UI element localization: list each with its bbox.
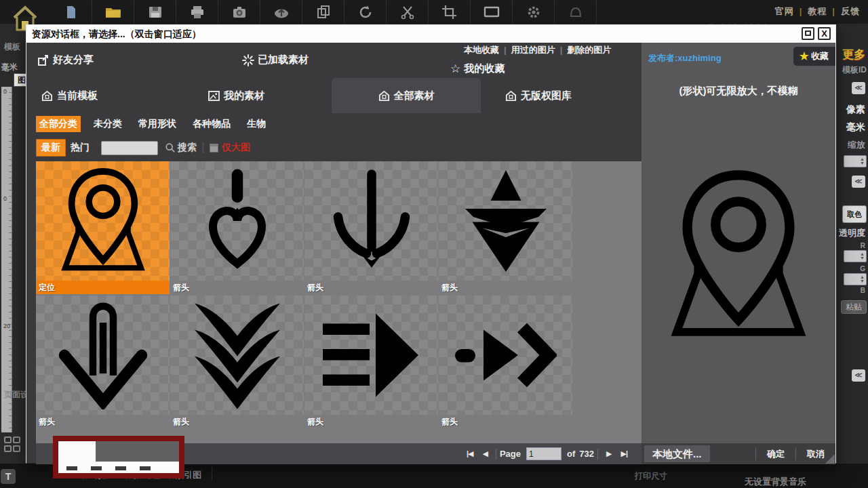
page-settings-label[interactable]: 页面设 bbox=[4, 389, 28, 401]
filter-row: 最新 热门 搜索 仅大图 bbox=[36, 139, 250, 157]
only-large-label[interactable]: 仅大图 bbox=[222, 142, 250, 154]
house-icon bbox=[505, 90, 517, 102]
notification-bell-icon[interactable] bbox=[555, 0, 597, 24]
sort-hot-button[interactable]: 热门 bbox=[66, 140, 94, 156]
stepper-down-icon[interactable]: ▼ bbox=[860, 256, 865, 261]
link-official-site[interactable]: 官网 bbox=[775, 6, 794, 16]
category-row: 全部分类 未分类 常用形状 各种物品 生物 bbox=[36, 116, 269, 132]
category-all[interactable]: 全部分类 bbox=[36, 116, 81, 132]
next-page-button[interactable]: ▶ bbox=[601, 449, 616, 458]
page-number-input[interactable] bbox=[526, 447, 561, 460]
only-large-checkbox[interactable] bbox=[210, 144, 218, 152]
collapse-button[interactable]: ≪ bbox=[852, 82, 865, 94]
color-pick-button[interactable]: 取色 bbox=[842, 205, 867, 223]
tab-friend-share[interactable]: 好友分享 bbox=[37, 54, 94, 66]
tab-my-materials[interactable]: 我的素材 bbox=[196, 79, 277, 112]
top-toolbar: 官网|教程|反馈 bbox=[0, 0, 868, 24]
background-music-label[interactable]: 无设置背景音乐 bbox=[745, 476, 806, 488]
new-document-glyph bbox=[63, 5, 79, 20]
search-input[interactable] bbox=[101, 141, 158, 155]
page-total: 732 bbox=[579, 449, 594, 459]
ok-button[interactable]: 确定 bbox=[756, 448, 795, 460]
grid-square bbox=[13, 436, 20, 443]
scissors-icon[interactable] bbox=[387, 0, 429, 24]
tab-royalty-free-gallery[interactable]: 无版权图库 bbox=[493, 79, 584, 112]
tab-loaded-materials[interactable]: 已加载素材 bbox=[242, 54, 309, 66]
category-common-shapes[interactable]: 常用形状 bbox=[135, 116, 180, 132]
more-button[interactable]: 更多 bbox=[842, 47, 865, 62]
material-cell-location-pin[interactable]: 定位 bbox=[36, 161, 170, 294]
material-cell-arrow[interactable]: 箭头 bbox=[439, 296, 572, 428]
mm-unit-label[interactable]: 毫米 bbox=[846, 121, 865, 134]
category-creatures[interactable]: 生物 bbox=[243, 116, 269, 132]
material-cell-arrow[interactable]: 箭头 bbox=[304, 296, 438, 428]
house-icon bbox=[41, 90, 53, 102]
prev-page-button[interactable]: ◀ bbox=[477, 449, 492, 458]
material-cell-arrow[interactable]: 箭头 bbox=[36, 296, 170, 428]
material-cell-arrow[interactable]: 箭头 bbox=[170, 296, 304, 428]
local-file-button[interactable]: 本地文件... bbox=[644, 445, 710, 462]
material-label: 定位 bbox=[36, 281, 170, 294]
stepper-down-icon[interactable]: ▼ bbox=[860, 279, 865, 284]
tab-label: 好友分享 bbox=[53, 54, 94, 66]
r-channel-stepper[interactable]: ▲▼ bbox=[844, 250, 867, 262]
paste-button[interactable]: 粘贴 bbox=[841, 300, 867, 314]
selected-page-thumbnail[interactable] bbox=[53, 436, 184, 479]
save-icon[interactable] bbox=[134, 0, 176, 24]
category-various-items[interactable]: 各种物品 bbox=[189, 116, 234, 132]
zoom-stepper[interactable]: ▲▼ bbox=[844, 155, 867, 167]
search-button[interactable]: 搜索 bbox=[165, 142, 197, 154]
quick-link-separator: | bbox=[504, 45, 507, 55]
publisher-label: 发布者:xuzhiming bbox=[648, 52, 722, 64]
filter-separator bbox=[203, 142, 203, 153]
zoom-label: 缩放 bbox=[848, 139, 865, 151]
link-tutorial[interactable]: 教程 bbox=[808, 6, 827, 16]
stepper-down-icon[interactable]: ▼ bbox=[860, 161, 865, 166]
close-button[interactable]: X bbox=[818, 27, 831, 40]
pixel-unit-label[interactable]: 像素 bbox=[846, 104, 865, 116]
camera-icon[interactable] bbox=[218, 0, 260, 24]
material-cell-arrow[interactable]: 箭头 bbox=[170, 161, 304, 294]
material-cell-arrow[interactable]: 箭头 bbox=[304, 161, 438, 294]
used-images-link[interactable]: 用过的图片 bbox=[511, 45, 555, 55]
arrow-into-heart-icon bbox=[170, 161, 304, 281]
page-grid-icon[interactable] bbox=[4, 436, 22, 453]
refresh-icon[interactable] bbox=[344, 0, 387, 24]
favorite-button[interactable]: ★ 收藏 bbox=[793, 47, 835, 66]
triple-chevron-down-icon bbox=[170, 296, 304, 415]
maximize-button[interactable] bbox=[802, 27, 814, 40]
pagination-separator bbox=[597, 449, 598, 460]
copy-glyph bbox=[315, 5, 332, 20]
open-folder-icon[interactable] bbox=[92, 0, 134, 24]
tab-my-favorites[interactable]: ☆ 我的收藏 bbox=[450, 62, 505, 76]
arrow-down-triangles-icon bbox=[439, 161, 572, 281]
cloud-upload-icon[interactable] bbox=[260, 0, 302, 24]
fast-forward-icon bbox=[439, 296, 572, 415]
settings-gear-icon[interactable] bbox=[513, 0, 555, 24]
tab-label: 我的收藏 bbox=[464, 62, 505, 75]
resize-grip[interactable] bbox=[825, 454, 835, 464]
copy-icon[interactable] bbox=[302, 0, 344, 24]
collapse-button[interactable]: ≪ bbox=[852, 176, 865, 188]
crop-icon[interactable] bbox=[429, 0, 471, 24]
first-page-button[interactable]: |◀ bbox=[462, 449, 478, 458]
grid-square bbox=[4, 445, 12, 452]
monitor-icon[interactable] bbox=[471, 0, 513, 24]
material-cell-arrow[interactable]: 箭头 bbox=[439, 161, 572, 294]
pagination-separator bbox=[496, 449, 496, 460]
tab-all-materials[interactable]: 全部素材 bbox=[332, 78, 481, 113]
last-page-button[interactable]: ▶| bbox=[616, 449, 632, 458]
print-icon[interactable] bbox=[176, 0, 218, 24]
g-channel-stepper[interactable]: ▲▼ bbox=[844, 273, 867, 285]
collapse-button[interactable]: ≪ bbox=[852, 369, 865, 382]
local-favorites-link[interactable]: 本地收藏 bbox=[464, 45, 499, 55]
print-size-label[interactable]: 打印尺寸 bbox=[635, 470, 667, 482]
category-uncategorized[interactable]: 未分类 bbox=[90, 116, 125, 132]
new-document-icon[interactable] bbox=[50, 0, 92, 24]
deleted-images-link[interactable]: 删除的图片 bbox=[567, 45, 611, 55]
link-feedback[interactable]: 反馈 bbox=[841, 6, 860, 16]
tab-current-template[interactable]: 当前模板 bbox=[29, 79, 110, 112]
sort-newest-button[interactable]: 最新 bbox=[36, 139, 66, 157]
tab-label: 全部素材 bbox=[394, 89, 435, 102]
text-tool-button[interactable]: T bbox=[1, 469, 16, 484]
